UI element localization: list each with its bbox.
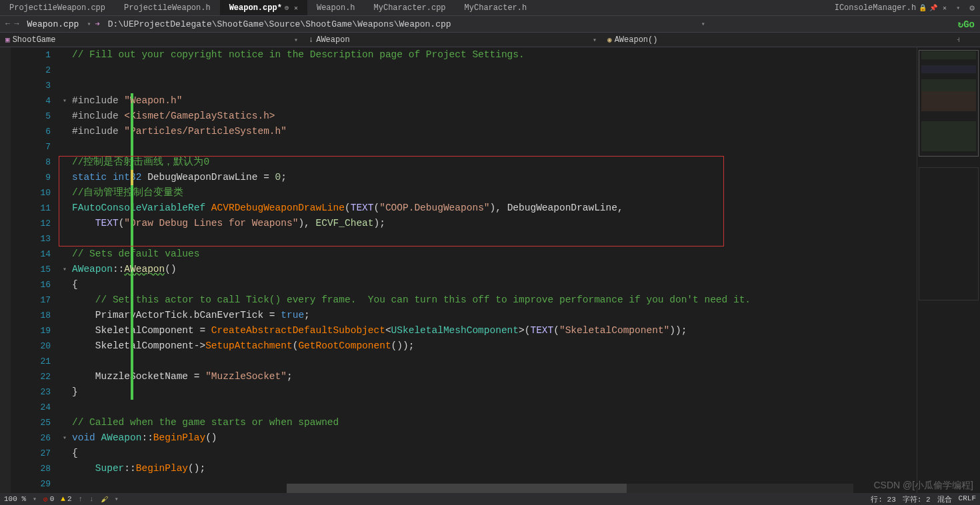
- code-line[interactable]: [72, 139, 917, 155]
- watermark: CSDN @[小瓜偷学编程]: [873, 480, 973, 492]
- tab-projectileweapon-h[interactable]: ProjectileWeapon.h: [115, 0, 220, 15]
- error-icon: ⊘: [43, 495, 48, 504]
- line-number: 20: [11, 338, 51, 354]
- go-button[interactable]: ↻Go: [958, 19, 975, 30]
- line-number: 17: [11, 292, 51, 308]
- code-line[interactable]: #include "Particles/ParticleSystem.h": [72, 124, 917, 139]
- nav-arrow-icon[interactable]: ➜: [95, 19, 99, 29]
- line-number: 16: [11, 277, 51, 292]
- pin-icon[interactable]: ⊕: [285, 4, 289, 12]
- nav-back-icon[interactable]: ←: [5, 19, 10, 29]
- line-number: 13: [11, 231, 51, 247]
- file-tabs: ProjectileWeapon.cpp ProjectileWeapon.h …: [0, 0, 980, 16]
- status-line[interactable]: 行: 23: [871, 494, 895, 504]
- chevron-down-icon[interactable]: ▾: [87, 20, 91, 28]
- code-line[interactable]: //自动管理控制台变量类: [72, 185, 917, 201]
- tab-mycharacter-cpp[interactable]: MyCharacter.cpp: [365, 0, 455, 15]
- close-icon[interactable]: ✕: [943, 4, 947, 12]
- tab-weapon-h[interactable]: Weapon.h: [307, 0, 365, 15]
- status-indent[interactable]: 混合: [937, 494, 952, 504]
- nav-filename[interactable]: Weapon.cpp: [23, 19, 83, 29]
- line-number: 6: [11, 124, 51, 139]
- code-line[interactable]: MuzzleSocketName = "MuzzleSocket";: [72, 369, 917, 384]
- code-line[interactable]: ▾AWeapon::AWeapon(): [72, 262, 917, 277]
- zoom-level[interactable]: 100 %: [4, 495, 26, 503]
- fold-icon[interactable]: ▾: [63, 262, 67, 277]
- tab-mycharacter-h[interactable]: MyCharacter.h: [455, 0, 537, 15]
- nav-fwd-icon[interactable]: →: [14, 19, 19, 29]
- gear-icon[interactable]: ⚙: [964, 3, 980, 13]
- code-line[interactable]: //控制是否射击画线，默认为0: [72, 155, 917, 170]
- prev-issue[interactable]: ↑: [79, 495, 83, 503]
- status-char[interactable]: 字符: 2: [903, 494, 931, 504]
- line-number: 22: [11, 369, 51, 384]
- line-number: 28: [11, 461, 51, 476]
- warn-count[interactable]: ▲2: [61, 495, 71, 503]
- line-number: 2: [11, 63, 51, 78]
- brush-icon[interactable]: 🖌: [101, 495, 108, 504]
- fold-icon[interactable]: ▾: [63, 430, 67, 446]
- breadcrumb-method[interactable]: ◉AWeapon(): [602, 33, 663, 47]
- breadcrumb-class[interactable]: ↓AWeapon▾: [303, 33, 602, 47]
- tab-weapon-cpp[interactable]: Weapon.cpp*⊕✕: [220, 0, 307, 15]
- code-line[interactable]: ▾#include "Weapon.h": [72, 93, 917, 109]
- close-icon[interactable]: ✕: [294, 4, 298, 12]
- status-crlf[interactable]: CRLF: [959, 494, 976, 504]
- line-number: 26: [11, 430, 51, 446]
- code-line[interactable]: }: [72, 384, 917, 400]
- line-number: 12: [11, 216, 51, 231]
- code-line[interactable]: static int32 DebugWeaponDrawLine = 0;: [72, 170, 917, 185]
- line-number: 8: [11, 155, 51, 170]
- code-line[interactable]: SkeletalComponent = CreateAbstractDefaul…: [72, 323, 917, 338]
- code-line[interactable]: [72, 354, 917, 369]
- line-number: 15: [11, 262, 51, 277]
- pin-icon[interactable]: 📌: [929, 4, 937, 12]
- tabs-overflow[interactable]: ▾: [952, 4, 964, 12]
- arrow-down-icon: ↓: [309, 35, 313, 45]
- line-number: 14: [11, 247, 51, 262]
- line-number: 21: [11, 354, 51, 369]
- line-number: 19: [11, 323, 51, 338]
- line-number: 18: [11, 308, 51, 323]
- line-number: 25: [11, 415, 51, 430]
- code-line[interactable]: {: [72, 446, 917, 461]
- tab-projectileweapon-cpp[interactable]: ProjectileWeapon.cpp: [0, 0, 115, 15]
- code-line[interactable]: ▾void AWeapon::BeginPlay(): [72, 430, 917, 446]
- tab-iconsolemanager-h[interactable]: IConsoleManager.h 🔒 📌 ✕: [825, 0, 952, 15]
- next-issue[interactable]: ↓: [89, 495, 94, 503]
- code-line[interactable]: Super::BeginPlay();: [72, 461, 917, 476]
- code-line[interactable]: SkeletalComponent->SetupAttachment(GetRo…: [72, 338, 917, 354]
- line-number: 23: [11, 384, 51, 400]
- line-number: 3: [11, 78, 51, 93]
- code-line[interactable]: FAutoConsoleVariableRef ACVRDebugWeaponD…: [72, 201, 917, 216]
- code-line[interactable]: // Called when the game starts or when s…: [72, 415, 917, 430]
- minimap[interactable]: [917, 47, 980, 493]
- line-number: 9: [11, 170, 51, 185]
- code-line[interactable]: // Fill out your copyright notice in the…: [72, 47, 917, 63]
- line-number: 29: [11, 476, 51, 492]
- code-line[interactable]: // Set this actor to call Tick() every f…: [72, 292, 917, 308]
- line-number: 27: [11, 446, 51, 461]
- code-area[interactable]: // Fill out your copyright notice in the…: [60, 47, 917, 493]
- line-number: 10: [11, 185, 51, 201]
- line-number: 4: [11, 93, 51, 109]
- code-line[interactable]: PrimaryActorTick.bCanEverTick = true;: [72, 308, 917, 323]
- chevron-down-icon[interactable]: ▾: [701, 20, 705, 28]
- method-icon: ◉: [607, 35, 612, 44]
- left-margin: [0, 47, 11, 493]
- h-scrollbar[interactable]: [287, 484, 853, 493]
- split-icon[interactable]: ⫞: [956, 35, 980, 45]
- code-line[interactable]: [72, 400, 917, 415]
- code-line[interactable]: [72, 231, 917, 247]
- fold-icon[interactable]: ▾: [63, 93, 67, 109]
- code-line[interactable]: // Sets default values: [72, 247, 917, 262]
- code-line[interactable]: [72, 78, 917, 93]
- breadcrumb-project[interactable]: ▣ShootGame▾: [0, 33, 303, 47]
- code-line[interactable]: TEXT("Draw Debug Lines for Weapons"), EC…: [72, 216, 917, 231]
- warn-icon: ▲: [61, 495, 65, 503]
- code-line[interactable]: {: [72, 277, 917, 292]
- status-bar: 100 % ▾ ⊘0 ▲2 ↑ ↓ 🖌▾ 行: 23 字符: 2 混合 CRLF: [0, 493, 980, 505]
- error-count[interactable]: ⊘0: [43, 495, 54, 504]
- code-line[interactable]: #include <Kismet/GameplayStatics.h>: [72, 109, 917, 124]
- code-line[interactable]: [72, 63, 917, 78]
